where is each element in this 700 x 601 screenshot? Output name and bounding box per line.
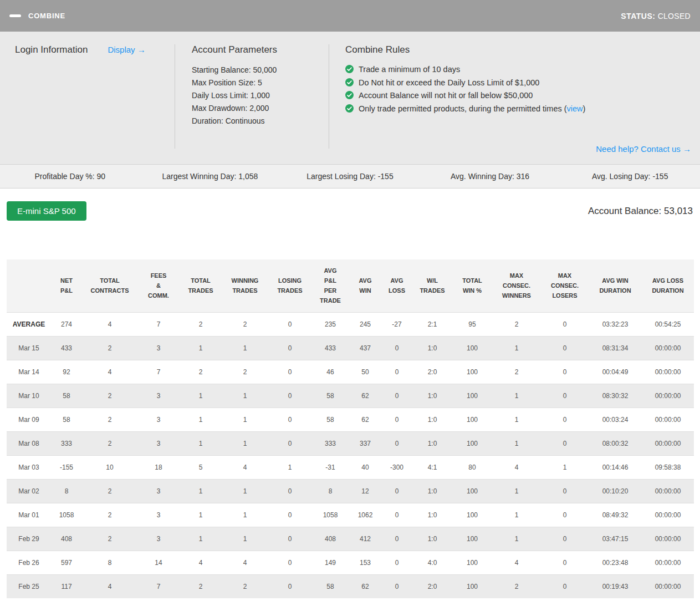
cell-value: 2 bbox=[492, 360, 541, 384]
cell-value: 2 bbox=[492, 574, 541, 598]
cell-value: 100 bbox=[452, 503, 492, 527]
table-header-row: NET P&LTOTAL CONTRACTSFEES & COMM.TOTAL … bbox=[7, 259, 694, 312]
cell-value: 08:31:34 bbox=[589, 336, 642, 360]
cell-value: 4 bbox=[222, 551, 268, 574]
cell-value: 00:00:00 bbox=[642, 551, 694, 574]
cell-value: 3 bbox=[137, 479, 180, 503]
cell-value: 333 bbox=[51, 431, 82, 455]
cell-value: 412 bbox=[349, 527, 381, 551]
cell-value: 1 bbox=[541, 455, 589, 479]
login-information-title: Login Information bbox=[15, 44, 88, 55]
table-row: Mar 083332311033333701:01001008:00:3200:… bbox=[7, 431, 694, 455]
table-row: Mar 0282311081201:01001000:10:2000:00:00 bbox=[7, 479, 694, 503]
row-label: Feb 29 bbox=[7, 527, 51, 551]
cell-value: 50 bbox=[349, 360, 381, 384]
cell-value: 100 bbox=[452, 408, 492, 431]
cell-value: 3 bbox=[137, 431, 180, 455]
cell-value: 100 bbox=[452, 551, 492, 574]
cell-value: 100 bbox=[452, 384, 492, 408]
column-header: FEES & COMM. bbox=[137, 259, 180, 312]
status-label: STATUS: bbox=[621, 12, 655, 21]
cell-value: 08:30:32 bbox=[589, 384, 642, 408]
cell-value: 00:00:00 bbox=[642, 431, 694, 455]
row-label: Mar 14 bbox=[7, 360, 51, 384]
cell-value: 80 bbox=[452, 455, 492, 479]
cell-value: 4:0 bbox=[412, 551, 452, 574]
combine-header-bar: COMBINE STATUS: CLOSED bbox=[0, 0, 700, 32]
column-header: NET P&L bbox=[51, 259, 82, 312]
cell-value: 8 bbox=[311, 479, 349, 503]
cell-value: 2 bbox=[82, 503, 137, 527]
stat-item: Avg. Winning Day: 316 bbox=[420, 172, 560, 181]
cell-value: 03:32:23 bbox=[589, 312, 642, 336]
cell-value: 2 bbox=[82, 384, 137, 408]
cell-value: 00:14:46 bbox=[589, 455, 642, 479]
cell-value: 7 bbox=[137, 360, 180, 384]
row-label: Mar 01 bbox=[7, 503, 51, 527]
cell-value: 4 bbox=[82, 312, 137, 336]
cell-value: 8 bbox=[82, 551, 137, 574]
cell-value: 1:0 bbox=[412, 431, 452, 455]
cell-value: 46 bbox=[311, 360, 349, 384]
status-indicator: STATUS: CLOSED bbox=[621, 12, 691, 21]
cell-value: 00:00:00 bbox=[642, 384, 694, 408]
cell-value: 100 bbox=[452, 360, 492, 384]
cell-value: 0 bbox=[541, 312, 589, 336]
cell-value: 2 bbox=[222, 312, 268, 336]
display-link[interactable]: Display → bbox=[108, 45, 145, 54]
cell-value: 0 bbox=[268, 360, 311, 384]
rule-text: Only trade permitted products, during th… bbox=[359, 104, 567, 113]
rule-text: Account Balance will not hit or fall bel… bbox=[359, 91, 533, 100]
account-parameters-panel: Account Parameters Starting Balance: 50,… bbox=[175, 44, 329, 149]
cell-value: 7 bbox=[137, 312, 180, 336]
cell-value: 1:0 bbox=[412, 527, 452, 551]
cell-value: 58 bbox=[311, 574, 349, 598]
cell-value: 1 bbox=[492, 431, 541, 455]
view-link[interactable]: view bbox=[567, 104, 583, 113]
cell-value: 0 bbox=[541, 527, 589, 551]
cell-value: 0 bbox=[268, 574, 311, 598]
cell-value: -300 bbox=[381, 455, 412, 479]
cell-value: 408 bbox=[311, 527, 349, 551]
cell-value: 00:00:00 bbox=[642, 360, 694, 384]
cell-value: 1 bbox=[222, 431, 268, 455]
cell-value: 1 bbox=[492, 503, 541, 527]
cell-value: 4 bbox=[82, 574, 137, 598]
row-label: Feb 26 bbox=[7, 551, 51, 574]
cell-value: 4 bbox=[82, 360, 137, 384]
cell-value: 3 bbox=[137, 503, 180, 527]
cell-value: 100 bbox=[452, 336, 492, 360]
column-header: TOTAL CONTRACTS bbox=[82, 259, 137, 312]
row-label: Mar 08 bbox=[7, 431, 51, 455]
cell-value: 1 bbox=[180, 479, 222, 503]
cell-value: 433 bbox=[311, 336, 349, 360]
cell-value: 1:0 bbox=[412, 408, 452, 431]
cell-value: 100 bbox=[452, 527, 492, 551]
minimize-icon[interactable] bbox=[9, 14, 21, 17]
cell-value: 00:00:00 bbox=[642, 503, 694, 527]
stat-item: Largest Winning Day: 1,058 bbox=[140, 172, 280, 181]
cell-value: 3 bbox=[137, 527, 180, 551]
account-parameter-item: Starting Balance: 50,000 bbox=[192, 64, 329, 77]
cell-value: 2 bbox=[180, 360, 222, 384]
cell-value: 58 bbox=[51, 384, 82, 408]
cell-value: 2 bbox=[492, 312, 541, 336]
cell-value: 0 bbox=[381, 551, 412, 574]
check-circle-icon bbox=[345, 103, 354, 116]
cell-value: 333 bbox=[311, 431, 349, 455]
column-header: WINNING TRADES bbox=[222, 259, 268, 312]
account-parameter-item: Max Position Size: 5 bbox=[192, 77, 329, 89]
cell-value: 1 bbox=[222, 384, 268, 408]
cell-value: 00:10:20 bbox=[589, 479, 642, 503]
account-parameter-item: Duration: Continuous bbox=[192, 115, 329, 128]
cell-value: 1 bbox=[492, 408, 541, 431]
cell-value: 1:0 bbox=[412, 384, 452, 408]
cell-value: 1 bbox=[222, 336, 268, 360]
cell-value: 00:04:49 bbox=[589, 360, 642, 384]
cell-value: 1 bbox=[222, 527, 268, 551]
contact-us-link[interactable]: Need help? Contact us → bbox=[596, 144, 691, 154]
cell-value: 4 bbox=[492, 551, 541, 574]
cell-value: 0 bbox=[541, 384, 589, 408]
product-button[interactable]: E-mini S&P 500 bbox=[7, 201, 86, 221]
cell-value: 4 bbox=[180, 551, 222, 574]
